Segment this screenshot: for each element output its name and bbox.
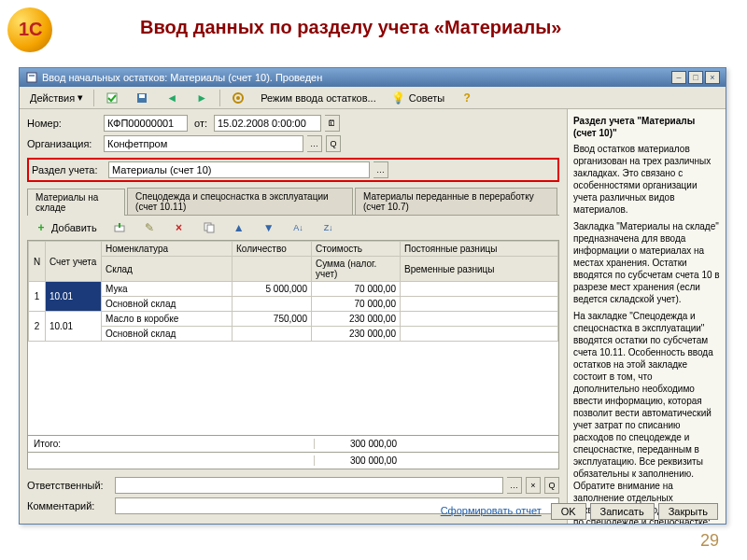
nav-left-button[interactable]: ◄ [158,89,186,107]
cell-acct[interactable]: 10.01 [46,312,102,342]
post-button[interactable] [98,89,126,107]
cell-n: 2 [29,312,46,342]
cell-perm[interactable] [401,282,558,297]
grid-toolbar: + Добавить ✎ × ▲ ▼ A↓ Z↓ [27,216,559,240]
total-label: Итого: [28,439,314,449]
tab-stock[interactable]: Материалы на складе [27,189,125,216]
add-label: Добавить [51,222,97,233]
pencil-icon: ✎ [142,220,157,235]
resp-select-button[interactable]: … [507,477,522,494]
col-nom: Номенклатура [102,242,233,257]
cell-temp[interactable] [401,327,558,342]
totals-row-2: 300 000,00 [27,453,559,469]
date-picker-button[interactable]: 🗓 [325,115,340,132]
tips-label: Советы [409,92,444,104]
help-p3: На закладке "Спецодежда и спецоснастка в… [573,310,720,524]
sort-desc-icon: Z↓ [321,220,336,235]
question-icon: ? [459,91,474,105]
table-row[interactable]: 2 10.01 Масло в коробке 750,000 230 000,… [29,312,558,327]
cell-nom[interactable]: Мука [102,282,233,297]
svg-point-6 [236,96,240,100]
edit-row-button[interactable]: ✎ [135,218,163,237]
close-window-button[interactable]: × [705,71,720,84]
toolbar: Действия ▾ ◄ ► Режим ввода остатков... 💡… [20,87,726,109]
resp-clear-button[interactable]: × [526,477,541,494]
col-temp: Временные разницы [401,257,558,282]
add-row-button[interactable]: + Добавить [27,218,104,237]
svg-rect-4 [139,94,145,98]
svg-rect-9 [207,225,214,232]
mode-button[interactable]: Режим ввода остатков... [254,89,383,107]
arrow-right-icon: ► [194,91,209,105]
cell-nom[interactable]: Масло в коробке [102,312,233,327]
org-open-button[interactable]: Q [326,135,341,152]
resp-field[interactable] [115,477,503,494]
cell-qty[interactable]: 750,000 [233,312,312,327]
tips-button[interactable]: 💡 Советы [385,89,451,107]
org-field[interactable] [104,135,303,152]
total-cost: 300 000,00 [314,439,402,449]
ok-button[interactable]: OK [551,503,586,520]
minimize-button[interactable]: – [671,71,686,84]
cell-temp[interactable] [401,297,558,312]
copy-icon [202,220,217,235]
disk-icon [134,91,149,105]
cell-cost[interactable]: 70 000,00 [312,282,401,297]
materials-grid[interactable]: N Счет учета Номенклатура Количество Сто… [27,240,559,436]
slide-title: Ввод данных по разделу учета «Материалы» [0,0,747,38]
move-up-button[interactable]: ▲ [225,218,253,237]
table-row[interactable]: Основной склад 230 000,00 [29,327,558,342]
delete-row-button[interactable]: × [165,218,193,237]
cell-acct[interactable]: 10.01 [46,282,102,312]
actions-menu[interactable]: Действия ▾ [23,89,90,107]
resp-open-button[interactable]: Q [544,477,559,494]
save-button-icon[interactable] [128,89,156,107]
sort-asc-icon: A↓ [291,220,306,235]
settings-button[interactable] [224,89,252,107]
comment-label: Комментарий: [27,500,111,511]
help-button[interactable]: ? [453,89,481,107]
section-select-button[interactable]: … [374,161,388,178]
cell-perm[interactable] [401,312,558,327]
move-down-button[interactable]: ▼ [255,218,283,237]
totals-row: Итого: 300 000,00 [27,436,559,453]
cell-wh[interactable]: Основной склад [102,327,233,342]
save-button[interactable]: Записать [590,503,655,520]
help-p2: Закладка "Материалы на складе" предназна… [573,220,720,305]
date-field[interactable] [214,115,321,132]
org-label: Организация: [27,138,100,149]
maximize-button[interactable]: □ [688,71,703,84]
cell-wh[interactable]: Основной склад [102,297,233,312]
report-link[interactable]: Сформировать отчет [435,503,547,520]
col-n: N [29,242,46,282]
total-tax: 300 000,00 [314,455,402,466]
post-icon [105,91,120,105]
number-field[interactable] [104,115,188,132]
plus-icon: + [34,220,49,235]
actions-label: Действия [30,92,75,104]
org-select-button[interactable]: … [307,135,322,152]
nav-right-button[interactable]: ► [188,89,216,107]
table-row[interactable]: Основной склад 70 000,00 [29,297,558,312]
footer-buttons: Сформировать отчет OK Записать Закрыть [435,503,718,520]
gear-icon [231,91,246,105]
tab-workwear[interactable]: Спецодежда и спецоснастка в эксплуатации… [127,188,353,215]
insert-icon [112,220,127,235]
logo: 1C [7,7,63,63]
insert-button[interactable] [106,218,134,237]
mode-label: Режим ввода остатков... [261,92,376,104]
section-field[interactable] [108,161,370,178]
close-button[interactable]: Закрыть [658,503,718,520]
col-perm: Постоянные разницы [401,242,558,257]
sort-desc-button[interactable]: Z↓ [315,218,343,237]
arrow-up-icon: ▲ [232,220,247,235]
svg-rect-0 [27,73,36,82]
table-row[interactable]: 1 10.01 Мука 5 000,000 70 000,00 [29,282,558,297]
cell-cost[interactable]: 230 000,00 [312,312,401,327]
sort-asc-button[interactable]: A↓ [285,218,313,237]
copy-row-button[interactable] [195,218,223,237]
cell-taxsum[interactable]: 70 000,00 [312,297,401,312]
cell-taxsum[interactable]: 230 000,00 [312,327,401,342]
cell-qty[interactable]: 5 000,000 [233,282,312,297]
tab-processing[interactable]: Материалы переданные в переработку (счет… [355,188,557,215]
